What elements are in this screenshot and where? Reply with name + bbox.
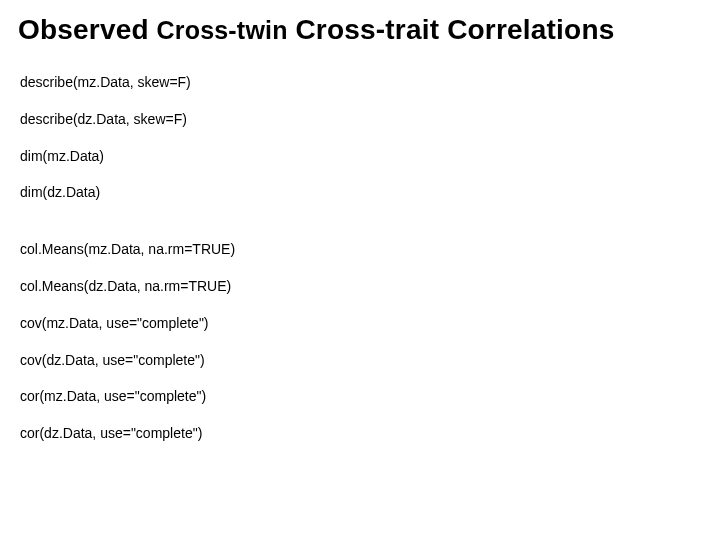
title-seg-observed: Observed bbox=[18, 14, 149, 45]
code-line: cor(dz.Data, use="complete") bbox=[20, 425, 702, 442]
code-line: col.Means(mz.Data, na.rm=TRUE) bbox=[20, 241, 702, 258]
code-line: dim(dz.Data) bbox=[20, 184, 702, 201]
code-line: dim(mz.Data) bbox=[20, 148, 702, 165]
code-line: cov(dz.Data, use="complete") bbox=[20, 352, 702, 369]
code-line: describe(mz.Data, skew=F) bbox=[20, 74, 702, 91]
blank-line bbox=[20, 221, 702, 241]
code-line: describe(dz.Data, skew=F) bbox=[20, 111, 702, 128]
code-line: cor(mz.Data, use="complete") bbox=[20, 388, 702, 405]
title-seg-cross-trait: Cross-trait Correlations bbox=[295, 14, 614, 45]
page-title: Observed Cross-twin Cross-trait Correlat… bbox=[18, 14, 702, 46]
code-line: col.Means(dz.Data, na.rm=TRUE) bbox=[20, 278, 702, 295]
code-line: cov(mz.Data, use="complete") bbox=[20, 315, 702, 332]
code-line-list: describe(mz.Data, skew=F) describe(dz.Da… bbox=[20, 74, 702, 462]
title-seg-cross-twin: Cross-twin bbox=[156, 16, 287, 44]
